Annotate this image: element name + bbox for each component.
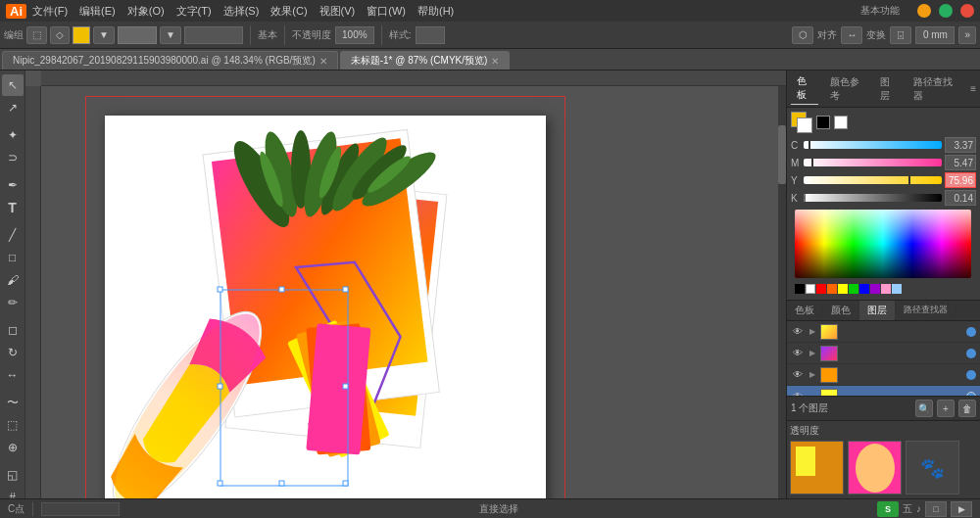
menu-bar[interactable]: 文件(F) 编辑(E) 对象(O) 文字(T) 选择(S) 效果(C) 视图(V… <box>32 4 454 19</box>
close-button[interactable] <box>960 4 974 18</box>
swatch-orange[interactable] <box>827 284 837 294</box>
m-slider-bg[interactable] <box>804 159 942 166</box>
warp-btn[interactable]: 〜 <box>2 392 24 413</box>
swatch-white[interactable] <box>806 284 815 294</box>
layer-1-visibility[interactable]: 👁 <box>791 325 805 339</box>
layer-add-btn[interactable]: + <box>937 400 955 417</box>
swatch-red[interactable] <box>816 284 826 294</box>
swatch-yellow[interactable] <box>838 284 848 294</box>
layers-tab-layers[interactable]: 图层 <box>859 301 896 320</box>
m-value-input[interactable]: 5.47 <box>945 155 976 170</box>
swatch-pink[interactable] <box>881 284 891 294</box>
direct-select-btn[interactable]: ↗ <box>2 97 24 118</box>
layer-1-arrow[interactable]: ▶ <box>808 325 817 339</box>
fill-color-swatch[interactable] <box>73 26 90 44</box>
c-slider-bg[interactable] <box>804 141 942 149</box>
menu-window[interactable]: 窗口(W) <box>367 4 406 19</box>
color-tab-swatch[interactable]: 色板 <box>791 72 818 105</box>
v-scrollbar[interactable] <box>778 86 786 498</box>
rotate-btn[interactable]: ↻ <box>2 342 24 363</box>
layer-2-arrow[interactable]: ▶ <box>808 347 817 360</box>
eraser-btn[interactable]: ◻ <box>2 319 24 341</box>
opacity-value[interactable]: 100% <box>335 26 374 44</box>
arrange-btn[interactable]: ⬡ <box>792 26 813 44</box>
pen-btn[interactable]: ✒ <box>2 174 24 196</box>
swatch-lightblue[interactable] <box>892 284 902 294</box>
pencil-btn[interactable]: ✏ <box>2 292 24 313</box>
layer-row-2[interactable]: 👁 ▶ <box>787 343 980 364</box>
menu-select[interactable]: 选择(S) <box>223 4 260 19</box>
shape-builder-btn[interactable]: ⊕ <box>2 437 24 458</box>
color-spectrum[interactable] <box>795 210 971 278</box>
black-swatch[interactable] <box>816 116 830 129</box>
layer-row-3[interactable]: 👁 ▶ <box>787 364 980 386</box>
menu-file[interactable]: 文件(F) <box>32 4 68 19</box>
rect-btn[interactable]: □ <box>2 247 24 268</box>
tab-1-close[interactable]: ✕ <box>491 56 499 67</box>
v-scrollbar-thumb[interactable] <box>778 125 786 184</box>
layers-tab-swatch[interactable]: 色板 <box>787 301 823 320</box>
layer-row-4[interactable]: 👁 ▶ <box>787 386 980 396</box>
magic-wand-btn[interactable]: ✦ <box>2 124 24 146</box>
minimize-button[interactable] <box>917 4 931 18</box>
select-tool-btn[interactable]: ↖ <box>2 74 24 96</box>
layer-2-visibility[interactable]: 👁 <box>791 347 805 360</box>
canvas-area[interactable] <box>25 71 786 498</box>
panel-menu-btn[interactable]: ≡ <box>970 83 976 94</box>
opt-btn-3[interactable]: ▼ <box>93 26 115 44</box>
layer-delete-btn[interactable]: 🗑 <box>958 400 976 417</box>
layers-tab-color[interactable]: 颜色 <box>823 301 859 320</box>
free-transform-btn[interactable]: ⬚ <box>2 414 24 436</box>
opt-btn-1[interactable]: ⬚ <box>26 26 47 44</box>
color-tab-pathfinder[interactable]: 路径查找器 <box>907 73 958 105</box>
play-btn[interactable]: ▶ <box>951 501 972 517</box>
tab-1[interactable]: 未标题-1* @ 87% (CMYK/预览) ✕ <box>340 51 511 70</box>
tab-0-close[interactable]: ✕ <box>319 56 327 67</box>
trans-thumb-main[interactable] <box>790 441 844 494</box>
tab-0[interactable]: Nipic_29842067_20190829115903980000.ai @… <box>2 51 338 70</box>
k-value-input[interactable]: 0.14 <box>945 190 976 206</box>
line-btn[interactable]: ╱ <box>2 224 24 246</box>
menu-object[interactable]: 对象(O) <box>127 4 165 19</box>
c-slider-handle[interactable] <box>808 141 810 149</box>
menu-view[interactable]: 视图(V) <box>319 4 356 19</box>
transform-btn[interactable]: ↔ <box>841 26 862 44</box>
bg-indicator[interactable] <box>797 118 812 133</box>
opt-btn-stroke[interactable]: ▼ <box>160 26 181 44</box>
y-value-input[interactable]: 75.96 <box>945 172 976 188</box>
layers-tab-path[interactable]: 路径查找器 <box>896 301 956 320</box>
k-slider-handle[interactable] <box>804 194 806 202</box>
style-swatch[interactable] <box>416 26 445 44</box>
layer-search-btn[interactable]: 🔍 <box>915 400 933 417</box>
scale-btn[interactable]: ↔ <box>2 364 24 386</box>
s-icon[interactable]: S <box>877 501 899 517</box>
lasso-btn[interactable]: ⊃ <box>2 147 24 168</box>
menu-help[interactable]: 帮助(H) <box>417 4 454 19</box>
layer-3-visibility[interactable]: 👁 <box>791 368 805 382</box>
opt-btn-2[interactable]: ◇ <box>50 26 70 44</box>
trans-thumb-secondary[interactable] <box>848 441 902 494</box>
m-slider-handle[interactable] <box>811 159 813 166</box>
canvas-viewport[interactable] <box>41 86 786 498</box>
c-value-input[interactable]: 3.37 <box>945 137 976 153</box>
perspective-btn[interactable]: ◱ <box>2 464 24 486</box>
distribute-btn[interactable]: ⌺ <box>890 26 911 44</box>
screen-mode-btn[interactable]: □ <box>925 501 947 517</box>
layer-row-1[interactable]: 👁 ▶ <box>787 321 980 343</box>
mesh-btn[interactable]: # <box>2 487 24 498</box>
swatch-green[interactable] <box>849 284 858 294</box>
more-btn[interactable]: » <box>958 26 976 44</box>
white-swatch[interactable] <box>834 116 848 129</box>
maximize-button[interactable] <box>939 4 953 18</box>
color-tab-ref[interactable]: 颜色参考 <box>824 73 867 105</box>
swatch-blue[interactable] <box>859 284 869 294</box>
y-slider-handle[interactable] <box>908 176 910 184</box>
y-slider-bg[interactable] <box>804 176 942 184</box>
angle-value[interactable]: 0 mm <box>915 26 955 44</box>
menu-text[interactable]: 文字(T) <box>176 4 212 19</box>
menu-edit[interactable]: 编辑(E) <box>79 4 116 19</box>
brush-btn[interactable]: 🖌 <box>2 269 24 291</box>
swatch-purple[interactable] <box>870 284 880 294</box>
color-tab-layers[interactable]: 图层 <box>874 73 902 105</box>
status-view-box[interactable] <box>41 502 120 516</box>
